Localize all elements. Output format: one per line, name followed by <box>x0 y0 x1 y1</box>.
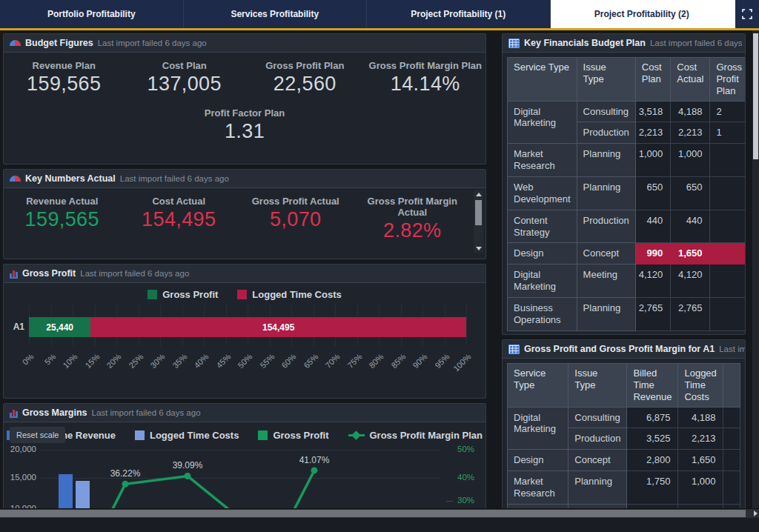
x-tick-label: 15% <box>75 352 101 378</box>
reset-scale-button[interactable]: Reset scale <box>10 427 65 443</box>
kpi-gross-profit-margin-plan: Gross Profit Margin Plan14.14% <box>365 60 486 96</box>
kpi-value: 5,070 <box>237 208 354 231</box>
value-cell <box>710 265 746 298</box>
scrollbar-thumb[interactable] <box>753 33 758 159</box>
table-row: DesignConcept2,8001,650 <box>508 450 740 471</box>
scroll-down-icon[interactable] <box>476 247 482 250</box>
value-cell: 2,213 <box>678 428 723 450</box>
import-status: Last import failed 6 days ago <box>120 174 229 183</box>
fullscreen-button[interactable] <box>734 0 759 28</box>
value-cell: 2,213 <box>671 122 710 144</box>
scrollbar-thumb[interactable] <box>0 510 746 517</box>
kpi-value: 1.31 <box>144 120 346 143</box>
legend-label: Logged Time Costs <box>252 289 341 300</box>
page-vertical-scrollbar[interactable] <box>752 30 759 508</box>
value-cell: 3,525 <box>627 428 678 450</box>
x-axis-ticks: 0%5%10%15%20%25%30%35%40%45%50%55%60%65%… <box>29 352 466 385</box>
legend-label: Logged Time Costs <box>150 430 239 441</box>
value-cell: 2 <box>710 101 746 122</box>
combo-chart: 20,00015,00010,00050%40%30%36.22%39.09%4… <box>4 445 485 517</box>
column-header-issue-type: Issue Type <box>569 364 627 408</box>
bar-segment-gross-profit: 25,440 <box>29 317 90 337</box>
kpi-row: Revenue Actual159,565Cost Actual154,495G… <box>4 196 471 242</box>
x-tick-label: 60% <box>271 352 297 378</box>
kpi-label: Gross Profit Actual <box>237 196 354 207</box>
tab-bar: Portfolio ProfitabilityServices Profitab… <box>0 0 759 30</box>
panel-title[interactable]: Gross Profit and Gross Profit Margin for… <box>524 344 715 354</box>
value-cell: 1,000 <box>678 471 723 505</box>
table-icon <box>508 345 520 354</box>
kpi-revenue-actual: Revenue Actual159,565 <box>4 196 121 242</box>
value-cell: 4,120 <box>635 265 671 298</box>
kpi-value: 2.82% <box>354 219 471 242</box>
table-row: Web DevelopmentPlanning650650 <box>508 177 746 210</box>
issue-type-cell: Production <box>577 210 635 243</box>
panel-title[interactable]: Key Financials Budget Plan <box>524 38 646 48</box>
scroll-up-icon[interactable] <box>476 193 482 196</box>
value-cell <box>710 210 746 243</box>
kpi-value: 22,560 <box>245 73 365 96</box>
table-row: Digital MarketingConsulting6,8754,188 <box>508 407 740 428</box>
kpi-label: Gross Profit Margin Actual <box>354 196 471 218</box>
panel-title[interactable]: Gross Margins <box>22 408 87 418</box>
value-cell <box>723 471 740 505</box>
tab-portfolio-profitability[interactable]: Portfolio Profitability <box>0 0 184 28</box>
import-status: Last import failed 6 days ago <box>719 345 745 353</box>
bar-segment-logged-time-costs: 154,495 <box>90 317 466 337</box>
x-tick-label: 40% <box>184 352 210 378</box>
scrollbar-thumb[interactable] <box>475 200 482 225</box>
panel-title[interactable]: Budget Figures <box>25 38 93 48</box>
scroll-right-icon[interactable] <box>754 511 758 516</box>
legend-label: Gross Profit <box>273 430 328 441</box>
value-cell <box>710 243 746 265</box>
tab-project-profitability-2[interactable]: Project Profitability (2) <box>551 0 735 28</box>
table-row: Digital MarketingConsulting3,5184,1882 <box>508 101 746 122</box>
legend-item-gross-profit[interactable]: Gross Profit <box>148 289 218 300</box>
table-row: Content StrategyProduction440440 <box>508 210 746 243</box>
kpi-label: Cost Actual <box>121 196 238 207</box>
tab-strip: Portfolio ProfitabilityServices Profitab… <box>0 0 734 28</box>
service-type-cell: Content Strategy <box>508 210 577 243</box>
legend-swatch-icon <box>148 290 157 299</box>
gauge-icon <box>10 40 21 46</box>
table-container: Service TypeIssue TypeBilled Time Revenu… <box>503 363 745 516</box>
panel-key-financials-budget-plan: Key Financials Budget Plan Last import f… <box>502 33 746 335</box>
value-cell: 440 <box>635 210 671 243</box>
legend-item-gross-profit[interactable]: Gross Profit <box>258 430 328 441</box>
page-horizontal-scrollbar[interactable] <box>0 508 759 518</box>
panel-gross-profit: Gross Profit Last import failed 6 days a… <box>3 264 486 399</box>
x-tick-label: 30% <box>140 352 166 378</box>
panel-header: Budget Figures Last import failed 6 days… <box>4 34 485 53</box>
kpi-value: 159,565 <box>4 208 121 231</box>
legend-swatch-icon <box>135 430 145 440</box>
tab-services-profitability[interactable]: Services Profitability <box>184 0 368 28</box>
legend-item-gross-profit-margin-plan[interactable]: Gross Profit Margin Plan <box>348 430 483 441</box>
service-type-cell: Digital Marketing <box>508 101 577 144</box>
value-cell <box>710 177 746 210</box>
panel-title[interactable]: Gross Profit <box>22 268 76 279</box>
kpi-value: 154,495 <box>121 208 238 231</box>
panel-title[interactable]: Key Numbers Actual <box>25 173 116 184</box>
line-point-label: 39.09% <box>164 460 211 471</box>
bottom-strip <box>0 518 759 532</box>
kpi-label: Revenue Plan <box>4 60 125 71</box>
kpi-profit-factor-plan: Profit Factor Plan1.31 <box>144 107 346 143</box>
x-tick-label: 75% <box>337 352 363 378</box>
legend-item-logged-time-costs[interactable]: Logged Time Costs <box>135 430 239 441</box>
value-cell <box>723 450 740 471</box>
kpi-label: Gross Profit Plan <box>245 60 365 71</box>
panel-vertical-scrollbar[interactable] <box>474 190 483 253</box>
issue-type-cell: Planning <box>569 471 627 505</box>
import-status: Last import failed 6 days ago <box>92 408 201 417</box>
value-cell: 2,765 <box>671 298 710 331</box>
x-tick-label: 20% <box>96 352 122 378</box>
value-cell: 1,000 <box>635 144 671 177</box>
value-cell: 2,765 <box>635 298 671 331</box>
service-type-cell: Market Research <box>508 471 569 505</box>
tab-project-profitability-1[interactable]: Project Profitability (1) <box>367 0 551 28</box>
bar-chart-icon <box>10 408 18 418</box>
legend-item-logged-time-costs[interactable]: Logged Time Costs <box>237 289 341 300</box>
service-type-cell: Design <box>508 243 577 265</box>
x-tick-label: 90% <box>402 352 428 378</box>
bar-chart-icon <box>10 269 18 279</box>
